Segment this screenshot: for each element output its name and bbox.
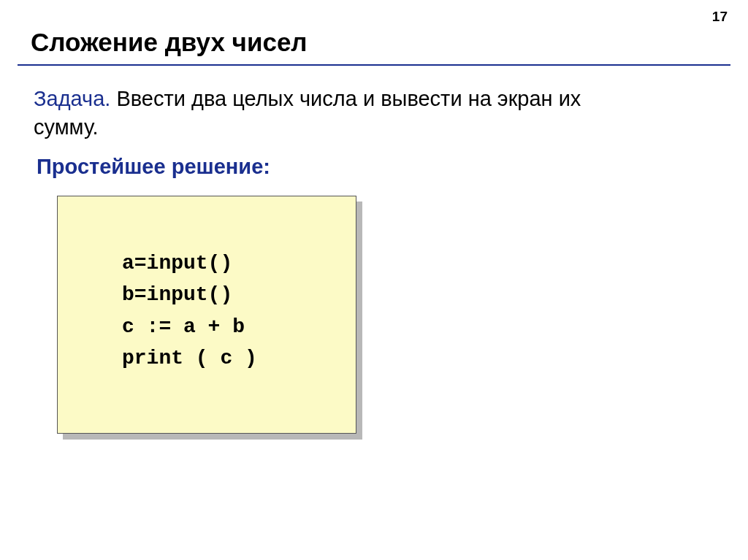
code-line-4: print ( c ) [122,342,334,374]
solution-label: Простейшее решение: [37,155,270,179]
slide-title: Сложение двух чисел [31,28,308,57]
task-block: Задача. Ввести два целых числа и вывести… [34,85,617,142]
task-label: Задача. [34,87,110,110]
code-block: a=input() b=input() c := a + b print ( c… [57,196,356,434]
title-underline [18,64,730,66]
code-line-3: c := a + b [122,311,334,342]
task-text: Ввести два целых числа и вывести на экра… [34,87,581,139]
code-line-2: b=input() [122,279,334,310]
code-line-1: a=input() [122,248,334,279]
page-number: 17 [712,9,728,25]
